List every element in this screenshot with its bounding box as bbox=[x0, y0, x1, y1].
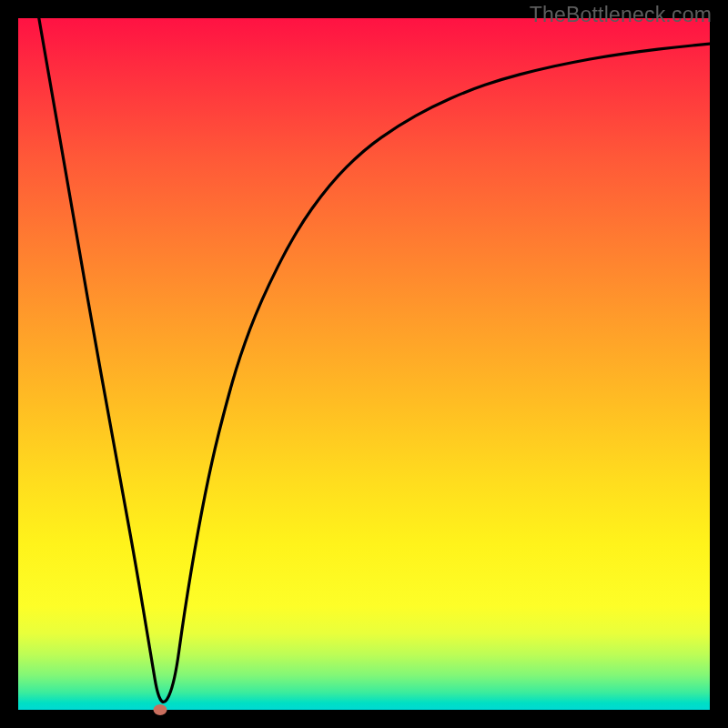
attribution-text: TheBottleneck.com bbox=[530, 3, 712, 27]
chart-frame: TheBottleneck.com bbox=[0, 0, 728, 728]
bottleneck-curve bbox=[39, 18, 710, 702]
minimum-marker bbox=[153, 704, 167, 715]
curve-svg bbox=[18, 18, 710, 710]
